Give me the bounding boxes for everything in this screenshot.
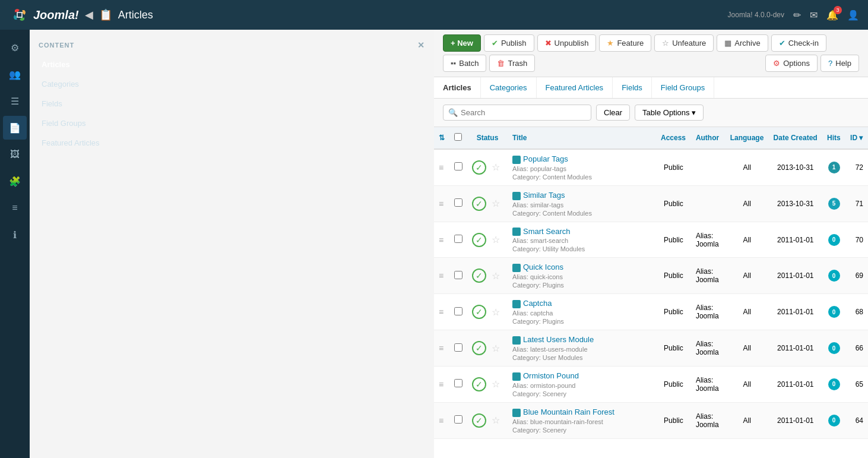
- status-star-icon[interactable]: ☆: [489, 305, 503, 319]
- sidebar-list-icon[interactable]: ☰: [3, 89, 27, 113]
- user-icon[interactable]: 👤: [847, 10, 859, 21]
- status-check-icon[interactable]: ✓: [472, 377, 486, 391]
- drag-handle[interactable]: ≡: [434, 330, 449, 367]
- row-checkbox[interactable]: [454, 271, 462, 279]
- row-checkbox[interactable]: [454, 343, 462, 352]
- article-title-link[interactable]: Blue Mountain Rain Forest: [523, 408, 614, 416]
- drag-handle[interactable]: ≡: [434, 185, 449, 222]
- sidebar-close-button[interactable]: ✕: [417, 40, 425, 50]
- status-check-icon[interactable]: ✓: [472, 160, 486, 175]
- drag-handle[interactable]: ≡: [434, 294, 449, 330]
- drag-icon[interactable]: ≡: [439, 380, 443, 389]
- drag-icon[interactable]: ≡: [439, 307, 443, 317]
- checkin-button[interactable]: ✔ Check-in: [771, 34, 826, 52]
- unfeature-button[interactable]: ☆ Unfeature: [654, 34, 714, 52]
- status-star-icon[interactable]: ☆: [489, 269, 503, 283]
- row-checkbox[interactable]: [454, 235, 462, 243]
- status-star-icon[interactable]: ☆: [489, 160, 503, 175]
- options-button[interactable]: ⚙ Options: [765, 55, 818, 72]
- subnav-fields[interactable]: Fields: [613, 77, 652, 98]
- drag-icon[interactable]: ≡: [439, 235, 443, 245]
- sidebar-item-fields[interactable]: Fields: [30, 94, 434, 113]
- th-author[interactable]: Author: [691, 127, 726, 149]
- th-checkbox[interactable]: [449, 127, 467, 149]
- unpublish-button[interactable]: ✖ Unpublish: [537, 34, 597, 52]
- sidebar-item-categories[interactable]: Categories: [30, 74, 434, 94]
- th-title[interactable]: Title: [508, 127, 656, 149]
- subnav-field-groups[interactable]: Field Groups: [652, 77, 714, 98]
- status-check-icon[interactable]: ✓: [472, 233, 486, 247]
- sidebar-gear-icon[interactable]: ⚙: [3, 36, 27, 59]
- new-button[interactable]: + New: [443, 34, 481, 52]
- drag-icon[interactable]: ≡: [439, 416, 443, 425]
- status-star-icon[interactable]: ☆: [489, 377, 503, 391]
- th-status[interactable]: Status: [467, 127, 508, 149]
- status-star-icon[interactable]: ☆: [489, 413, 503, 428]
- table-options-button[interactable]: Table Options ▾: [635, 105, 704, 121]
- drag-handle[interactable]: ≡: [434, 366, 449, 402]
- th-hits[interactable]: Hits: [822, 127, 845, 149]
- sidebar-puzzle-icon[interactable]: 🧩: [3, 169, 27, 193]
- article-title-link[interactable]: Smart Search: [523, 227, 570, 236]
- drag-handle[interactable]: ≡: [434, 149, 449, 185]
- drag-handle[interactable]: ≡: [434, 258, 449, 294]
- sidebar-item-featured-articles[interactable]: Featured Articles: [30, 133, 434, 153]
- subnav-articles[interactable]: Articles: [434, 77, 481, 98]
- article-title-link[interactable]: Popular Tags: [523, 154, 568, 163]
- article-title-link[interactable]: Latest Users Module: [523, 335, 594, 344]
- sidebar-menu-icon[interactable]: ≡: [3, 196, 27, 220]
- th-language[interactable]: Language: [726, 127, 769, 149]
- article-title-link[interactable]: Captcha: [523, 299, 552, 308]
- drag-icon[interactable]: ≡: [439, 199, 443, 209]
- drag-icon[interactable]: ≡: [439, 343, 443, 353]
- status-star-icon[interactable]: ☆: [489, 341, 503, 355]
- status-check-icon[interactable]: ✓: [472, 305, 486, 319]
- trash-button[interactable]: 🗑 Trash: [489, 55, 535, 72]
- article-title-link[interactable]: Quick Icons: [523, 263, 563, 271]
- row-checkbox[interactable]: [454, 198, 462, 207]
- article-title-link[interactable]: Similar Tags: [523, 191, 565, 200]
- clear-button[interactable]: Clear: [596, 105, 630, 121]
- sidebar-content-icon[interactable]: 📄: [3, 116, 27, 140]
- row-language: All: [726, 222, 769, 258]
- sidebar-image-icon[interactable]: 🖼: [3, 143, 27, 166]
- status-check-icon[interactable]: ✓: [472, 413, 486, 428]
- status-check-icon[interactable]: ✓: [472, 341, 486, 355]
- th-sort[interactable]: ⇅: [434, 127, 449, 149]
- status-star-icon[interactable]: ☆: [489, 233, 503, 247]
- row-checkbox[interactable]: [454, 162, 462, 170]
- sidebar-item-articles[interactable]: Articles: [30, 55, 434, 74]
- status-check-icon[interactable]: ✓: [472, 269, 486, 283]
- help-button[interactable]: ? Help: [821, 55, 859, 72]
- row-checkbox[interactable]: [454, 379, 462, 387]
- drag-handle[interactable]: ≡: [434, 222, 449, 258]
- batch-button[interactable]: ▪▪ Batch: [443, 55, 486, 72]
- bell-icon[interactable]: 🔔 3: [826, 10, 838, 21]
- publish-button[interactable]: ✔ Publish: [484, 34, 534, 52]
- drag-icon[interactable]: ≡: [439, 163, 443, 172]
- drag-icon[interactable]: ≡: [439, 271, 443, 280]
- search-input[interactable]: [461, 108, 586, 117]
- row-date: 2013-10-31: [769, 149, 822, 185]
- joomla-logo[interactable]: Joomla!: [9, 4, 79, 26]
- status-star-icon[interactable]: ☆: [489, 197, 503, 211]
- th-id[interactable]: ID ▾: [845, 127, 868, 149]
- status-check-icon[interactable]: ✓: [472, 197, 486, 211]
- select-all-checkbox[interactable]: [454, 133, 462, 141]
- sidebar-item-field-groups[interactable]: Field Groups: [30, 113, 434, 133]
- th-date[interactable]: Date Created: [769, 127, 822, 149]
- subnav-featured-articles[interactable]: Featured Articles: [537, 77, 613, 98]
- back-button[interactable]: ◀: [85, 8, 93, 21]
- row-checkbox[interactable]: [454, 307, 462, 315]
- sidebar-users-icon[interactable]: 👥: [3, 62, 27, 86]
- row-checkbox[interactable]: [454, 415, 462, 424]
- edit-icon[interactable]: ✏: [793, 10, 801, 21]
- subnav-categories[interactable]: Categories: [481, 77, 537, 98]
- article-title-link[interactable]: Ormiston Pound: [523, 371, 579, 380]
- feature-button[interactable]: ★ Feature: [599, 34, 651, 52]
- archive-button[interactable]: ▦ Archive: [717, 34, 768, 52]
- mail-icon[interactable]: ✉: [810, 10, 818, 21]
- sidebar-info-icon[interactable]: ℹ: [3, 223, 27, 247]
- drag-handle[interactable]: ≡: [434, 402, 449, 438]
- th-access[interactable]: Access: [656, 127, 691, 149]
